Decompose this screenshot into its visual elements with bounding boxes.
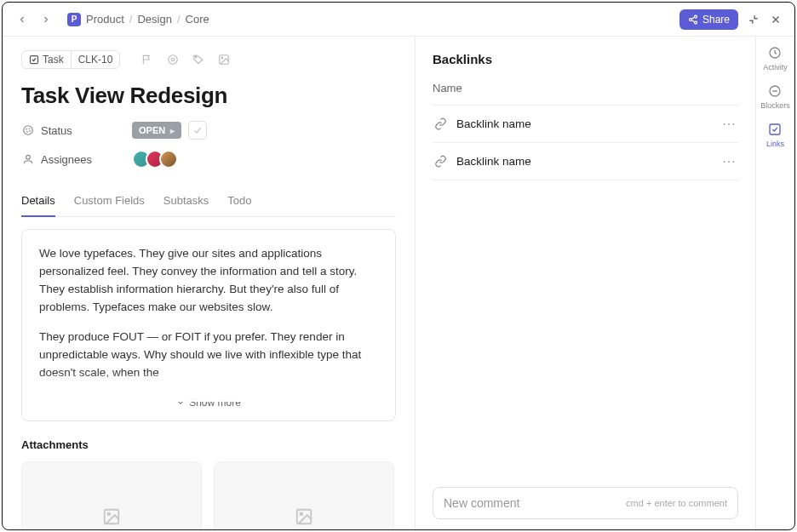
breadcrumb-item[interactable]: Core [186,13,209,26]
tabs: Details Custom Fields Subtasks Todo [21,187,396,217]
chevron-down-icon [176,398,185,407]
description-paragraph: They produce FOUT — or FOIT if you prefe… [39,329,378,382]
share-label: Share [702,14,730,26]
chevron-right-icon: ▸ [170,126,175,135]
comment-hint: cmd + enter to comment [626,498,727,508]
task-chip[interactable]: Task CLK-10 [21,50,120,69]
svg-point-1 [689,18,691,20]
side-column-header: Name [433,82,738,94]
tag-icon[interactable] [192,53,205,66]
image-icon[interactable] [217,53,231,66]
image-icon [102,507,121,526]
task-id: CLK-10 [71,51,120,68]
attachments-heading: Attachments [21,438,396,451]
right-rail: Activity Blockers Links [755,37,794,529]
side-panel: Backlinks Name Backlink name ⋯ Backlink … [415,37,755,529]
tab-custom-fields[interactable]: Custom Fields [74,187,145,216]
rail-item-blockers[interactable]: Blockers [760,83,790,110]
rail-label: Blockers [760,101,790,110]
breadcrumb-item[interactable]: Product [86,13,124,26]
rail-label: Links [766,140,784,148]
task-type-label: Task [43,54,64,66]
link-icon [434,155,448,169]
status-icon [21,124,34,137]
more-icon[interactable]: ⋯ [722,116,737,132]
breadcrumb-sep: / [177,13,181,26]
project-icon: P [67,13,81,26]
backlink-label: Backlink name [456,117,714,130]
status-value: OPEN [139,125,165,135]
comment-input[interactable]: New comment cmd + enter to comment [433,487,738,519]
tab-subtasks[interactable]: Subtasks [163,187,209,216]
share-button[interactable]: Share [679,9,738,30]
close-icon[interactable] [769,13,783,26]
svg-point-19 [300,513,302,516]
avatar[interactable] [159,150,178,169]
svg-point-13 [23,126,32,135]
status-label: Status [41,124,72,137]
rail-item-links[interactable]: Links [766,122,784,148]
breadcrumb-sep: / [129,13,133,26]
svg-rect-23 [770,124,780,134]
collapse-icon[interactable] [747,13,760,26]
breadcrumb: P Product / Design / Core [67,13,209,26]
backlink-item[interactable]: Backlink name ⋯ [433,143,738,180]
tab-todo[interactable]: Todo [227,187,251,216]
rail-label: Activity [763,63,788,72]
show-more-button[interactable]: Show more [39,393,378,412]
rail-item-activity[interactable]: Activity [763,45,788,72]
breadcrumb-item[interactable]: Design [137,13,171,26]
svg-point-9 [172,58,175,61]
assignees-avatars[interactable] [132,150,178,169]
svg-point-17 [107,513,110,516]
svg-point-10 [196,56,198,58]
show-more-label: Show more [189,397,241,409]
tab-details[interactable]: Details [21,187,55,217]
link-icon [434,117,448,131]
comment-placeholder: New comment [444,496,626,510]
backlink-label: Backlink name [456,155,714,168]
side-title: Backlinks [433,52,738,66]
status-pill[interactable]: OPEN ▸ [132,122,181,139]
attachment-placeholder[interactable] [214,461,394,529]
task-icon [29,54,39,65]
svg-point-14 [26,129,30,133]
topbar: P Product / Design / Core Share [3,3,794,37]
activity-icon [767,45,783,60]
links-icon [767,122,783,137]
svg-point-0 [694,15,697,18]
description-paragraph: We love typefaces. They give our sites a… [39,245,378,317]
assignees-label: Assignees [41,153,92,166]
nav-back-icon[interactable] [14,12,30,27]
flag-icon[interactable] [140,53,154,66]
sprint-icon[interactable] [166,53,180,66]
attachment-placeholder[interactable] [21,461,202,529]
blockers-icon [767,83,783,99]
page-title: Task View Redesign [21,83,396,109]
nav-forward-icon[interactable] [38,12,54,27]
image-icon [295,507,313,526]
svg-line-4 [691,17,694,19]
complete-checkbox[interactable] [188,121,207,140]
more-icon[interactable]: ⋯ [722,153,737,169]
person-icon [21,153,34,166]
description-card: We love typefaces. They give our sites a… [21,229,396,421]
svg-line-3 [691,20,694,21]
main-panel: Task CLK-10 Task View Redesign Status [3,37,415,529]
svg-point-8 [169,55,178,65]
svg-point-15 [26,155,30,159]
backlink-item[interactable]: Backlink name ⋯ [433,106,738,143]
svg-point-12 [221,57,223,59]
svg-point-2 [694,21,697,24]
